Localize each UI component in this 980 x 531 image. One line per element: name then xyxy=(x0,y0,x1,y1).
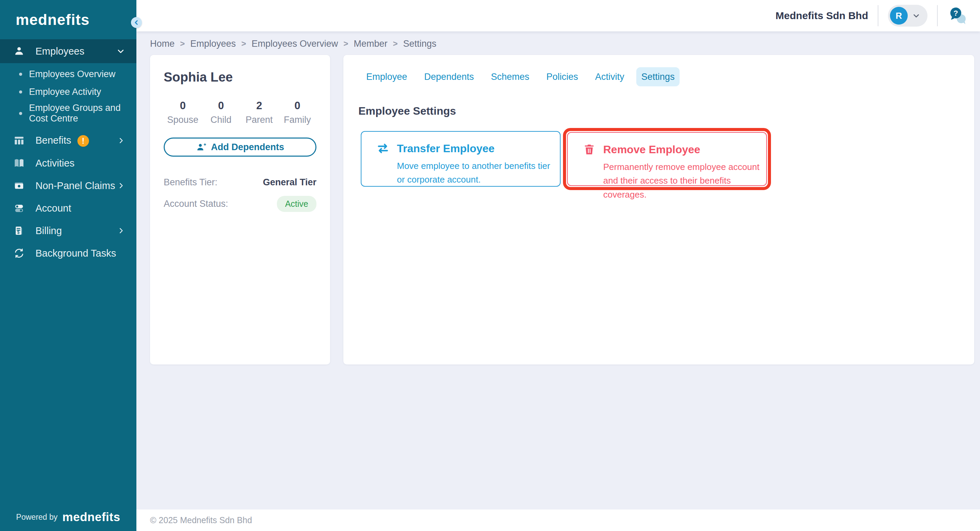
question-mark-icon: ? xyxy=(953,9,958,18)
warning-badge-icon: ! xyxy=(77,135,89,147)
breadcrumb-separator: > xyxy=(242,39,246,48)
breadcrumb-member[interactable]: Member xyxy=(353,38,387,49)
sidebar-item-employees[interactable]: Employees xyxy=(0,39,137,63)
employees-submenu: Employees Overview Employee Activity Emp… xyxy=(0,63,137,129)
employee-profile-card: Sophia Lee 0 Spouse 0 Child 2 Parent 0 F… xyxy=(150,55,330,364)
company-name: Mednefits Sdn Bhd xyxy=(775,10,868,21)
stat-label: Family xyxy=(278,115,317,125)
breadcrumb-separator: > xyxy=(393,39,398,48)
chevron-right-icon xyxy=(117,137,125,144)
avatar: R xyxy=(890,7,908,25)
page-title: Employee Settings xyxy=(358,105,456,117)
sidebar-item-label: Background Tasks xyxy=(35,248,125,259)
user-menu[interactable]: R xyxy=(888,5,928,27)
sync-icon xyxy=(12,246,26,260)
columns-icon xyxy=(12,134,26,147)
sidebar-item-label: Activities xyxy=(35,158,125,169)
stat-value: 0 xyxy=(164,100,202,112)
transfer-employee-card[interactable]: Transfer Employee Move employee to anoth… xyxy=(361,131,561,187)
person-plus-icon xyxy=(196,142,206,152)
member-tabs: Employee Dependents Schemes Policies Act… xyxy=(361,67,679,86)
toggles-icon xyxy=(12,201,26,215)
cash-card-icon xyxy=(12,179,26,193)
employee-name: Sophia Lee xyxy=(164,70,317,85)
stat-family: 0 Family xyxy=(278,100,317,125)
header-divider xyxy=(878,5,878,26)
chevron-right-icon xyxy=(117,227,125,234)
stat-spouse: 0 Spouse xyxy=(164,100,202,125)
sidebar-item-employee-groups[interactable]: Employee Groups and Cost Centre xyxy=(0,100,137,126)
chevron-left-icon xyxy=(133,19,140,26)
sidebar-item-non-panel-claims[interactable]: Non-Panel Claims xyxy=(0,174,137,197)
sidebar: mednefits Employees Employees Overview E… xyxy=(0,0,137,531)
tab-policies[interactable]: Policies xyxy=(541,67,583,86)
subnav-label: Employees Overview xyxy=(29,69,116,80)
member-detail-card: Employee Dependents Schemes Policies Act… xyxy=(344,55,974,364)
sidebar-item-label: Account xyxy=(35,203,125,214)
book-icon xyxy=(12,156,26,170)
trash-icon xyxy=(583,143,596,156)
remove-employee-card[interactable]: Remove Employee Permanently remove emplo… xyxy=(567,132,767,186)
account-status-row: Account Status: Active xyxy=(164,196,317,212)
breadcrumb-employees-overview[interactable]: Employees Overview xyxy=(251,38,338,49)
stat-value: 0 xyxy=(278,100,317,112)
sidebar-footer: Powered by mednefits xyxy=(0,503,137,531)
sidebar-item-activities[interactable]: Activities xyxy=(0,152,137,174)
remove-employee-head: Remove Employee xyxy=(583,143,766,156)
page-footer: © 2025 Mednefits Sdn Bhd xyxy=(137,510,980,531)
subnav-label: Employee Activity xyxy=(29,87,101,97)
sidebar-item-employee-activity[interactable]: Employee Activity xyxy=(0,83,137,100)
benefits-tier-value: General Tier xyxy=(263,177,317,188)
add-dependents-button[interactable]: Add Dependents xyxy=(164,137,317,157)
add-dependents-label: Add Dependents xyxy=(211,142,285,153)
transfer-employee-title: Transfer Employee xyxy=(397,142,495,155)
sidebar-item-billing[interactable]: $ Billing xyxy=(0,219,137,242)
mednefits-logo: mednefits xyxy=(16,11,90,28)
transfer-employee-description: Move employee to another benefits tier o… xyxy=(397,159,557,187)
remove-employee-description: Permanently remove employee account and … xyxy=(603,160,774,201)
breadcrumb-settings: Settings xyxy=(403,38,436,49)
help-button[interactable]: ? xyxy=(947,5,969,26)
remove-employee-highlight-ring: Remove Employee Permanently remove emplo… xyxy=(563,128,771,190)
mednefits-footer-logo: mednefits xyxy=(62,510,120,524)
status-badge: Active xyxy=(277,196,317,212)
sidebar-item-label: Employees xyxy=(35,46,117,57)
chevron-right-icon xyxy=(117,182,125,190)
stat-value: 2 xyxy=(240,100,278,112)
tab-settings[interactable]: Settings xyxy=(636,67,680,86)
invoice-icon: $ xyxy=(12,224,26,238)
stat-value: 0 xyxy=(202,100,240,112)
account-status-label: Account Status: xyxy=(164,199,228,209)
sidebar-item-label: Benefits! xyxy=(35,135,117,147)
dependents-stats: 0 Spouse 0 Child 2 Parent 0 Family xyxy=(164,100,317,125)
transfer-employee-head: Transfer Employee xyxy=(377,142,560,155)
tab-activity[interactable]: Activity xyxy=(590,67,630,86)
sidebar-item-label: Billing xyxy=(35,225,117,236)
breadcrumb-separator: > xyxy=(180,39,185,48)
breadcrumb-separator: > xyxy=(344,39,348,48)
svg-text:$: $ xyxy=(18,230,20,235)
bullet-icon xyxy=(19,112,22,115)
breadcrumb-home[interactable]: Home xyxy=(150,38,175,49)
powered-by-text: Powered by xyxy=(16,513,57,522)
stat-label: Child xyxy=(202,115,240,125)
transfer-icon xyxy=(377,142,390,155)
tab-schemes[interactable]: Schemes xyxy=(486,67,535,86)
sidebar-item-background-tasks[interactable]: Background Tasks xyxy=(0,242,137,265)
tab-dependents[interactable]: Dependents xyxy=(419,67,479,86)
tab-employee[interactable]: Employee xyxy=(361,67,412,86)
user-icon xyxy=(12,45,26,58)
top-header: Mednefits Sdn Bhd R ? xyxy=(137,0,980,31)
header-divider xyxy=(937,5,938,26)
breadcrumb: Home > Employees > Employees Overview > … xyxy=(150,31,436,56)
remove-employee-title: Remove Employee xyxy=(603,144,700,156)
breadcrumb-employees[interactable]: Employees xyxy=(190,38,236,49)
stat-label: Parent xyxy=(240,115,278,125)
sidebar-collapse-button[interactable] xyxy=(131,17,142,28)
sidebar-item-benefits[interactable]: Benefits! xyxy=(0,129,137,152)
sidebar-item-employees-overview[interactable]: Employees Overview xyxy=(0,65,137,83)
chevron-down-icon xyxy=(117,47,125,55)
sidebar-item-account[interactable]: Account xyxy=(0,197,137,219)
copyright-text: © 2025 Mednefits Sdn Bhd xyxy=(150,515,252,525)
benefits-tier-label: Benefits Tier: xyxy=(164,177,218,188)
